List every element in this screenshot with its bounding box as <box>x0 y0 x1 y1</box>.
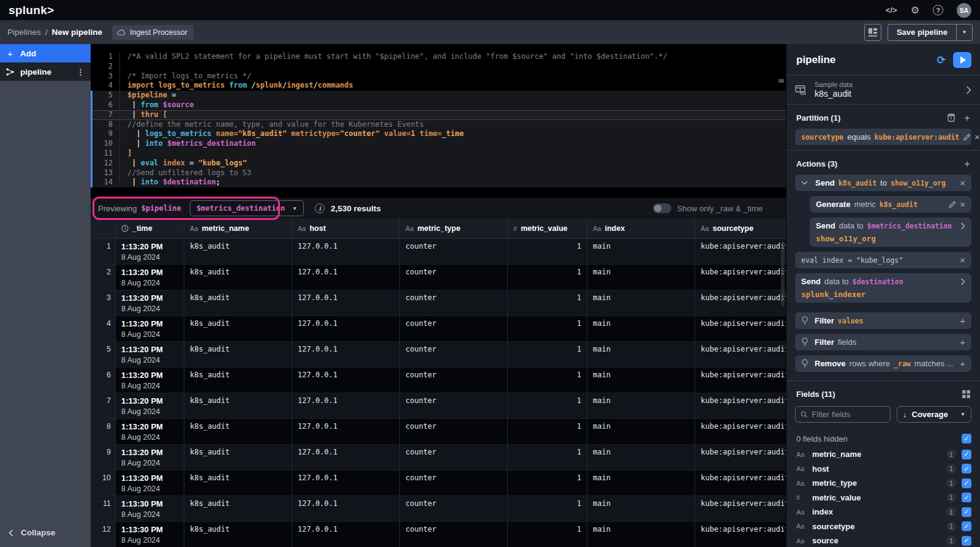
table-row[interactable]: 71:13:20 PM8 Aug 2024k8s_audit127.0.0.1c… <box>91 393 786 419</box>
field-row[interactable]: Aametric_type1✓ <box>786 476 980 491</box>
table-row[interactable]: 101:13:20 PM8 Aug 2024k8s_audit127.0.0.1… <box>91 470 786 496</box>
remove-action-icon[interactable]: × <box>960 255 965 265</box>
partition-bucket-icon[interactable] <box>947 113 956 123</box>
destination-dropdown[interactable]: $metrics_destination ▼ <box>190 200 304 216</box>
table-row[interactable]: 51:13:20 PM8 Aug 2024k8s_audit127.0.0.1c… <box>91 342 786 368</box>
column-header-metric_type[interactable]: Aametric_type <box>399 219 507 238</box>
coverage-dropdown[interactable]: ↓ Coverage ▼ <box>897 406 971 423</box>
code-line[interactable]: 11] <box>91 149 786 159</box>
remove-action-icon[interactable]: × <box>960 178 965 188</box>
edit-icon[interactable] <box>948 200 956 208</box>
column-header-host[interactable]: Aahost <box>292 219 399 238</box>
table-row[interactable]: 41:13:20 PM8 Aug 2024k8s_audit127.0.0.1c… <box>91 316 786 342</box>
suggestion-remove-rows[interactable]: Remove rows where _raw matches ... + <box>795 355 971 372</box>
code-line[interactable]: 5$pipeline = <box>91 91 786 100</box>
action-generate-metric-card[interactable]: Generate metric k8s_audit × <box>810 196 971 213</box>
field-checkbox[interactable]: ✓ <box>962 478 971 488</box>
field-checkbox[interactable]: ✓ <box>962 464 971 473</box>
field-checkbox[interactable]: ✓ <box>962 536 971 546</box>
cell-metric-value: 1 <box>507 239 587 265</box>
breadcrumb-pipelines[interactable]: Pipelines <box>7 28 41 37</box>
layout-toggle-button[interactable] <box>864 24 881 41</box>
partition-card[interactable]: sourcetype equals kube:apiserver:audit × <box>795 129 971 145</box>
run-preview-button[interactable] <box>953 52 971 68</box>
column-header-_time[interactable]: _time <box>115 219 184 238</box>
field-row[interactable]: Aahost1✓ <box>786 462 980 477</box>
save-pipeline-caret[interactable]: ▼ <box>956 25 972 40</box>
field-row[interactable]: Aasource1✓ <box>786 534 980 547</box>
action-eval-card[interactable]: eval index = "kube_logs" × <box>795 252 971 268</box>
toggle-all-checkbox[interactable]: ✓ <box>962 434 971 443</box>
table-row[interactable]: 111:13:30 PM8 Aug 2024k8s_audit127.0.0.1… <box>91 496 786 522</box>
column-header-metric_value[interactable]: #metric_value <box>507 219 587 238</box>
add-partition-icon[interactable]: + <box>964 113 970 123</box>
save-pipeline-button[interactable]: Save pipeline <box>888 25 956 40</box>
remove-partition-icon[interactable]: × <box>974 132 980 142</box>
column-header-metric_name[interactable]: Aametric_name <box>184 219 292 238</box>
column-header-index[interactable]: Aaindex <box>587 219 695 238</box>
code-line[interactable]: 2 <box>91 62 786 72</box>
field-row[interactable]: Aasourcetype1✓ <box>786 519 980 534</box>
avatar[interactable]: SA <box>957 3 971 18</box>
code-line[interactable]: 3/* Import logs_to_metrics */ <box>91 72 786 81</box>
table-row[interactable]: 121:13:30 PM8 Aug 2024k8s_audit127.0.0.1… <box>91 522 786 547</box>
add-suggestion-icon[interactable]: + <box>960 315 965 326</box>
code-line[interactable]: 13//Send unfiltered logs to S3 <box>91 168 786 178</box>
field-checkbox[interactable]: ✓ <box>962 521 971 531</box>
suggestion-filter-fields[interactable]: Filter fields + <box>795 334 971 350</box>
table-row[interactable]: 11:13:20 PM8 Aug 2024k8s_audit127.0.0.1c… <box>91 239 786 265</box>
fields-list: Aametric_name1✓Aahost1✓Aametric_type1✓#m… <box>786 447 980 547</box>
table-row[interactable]: 91:13:20 PM8 Aug 2024k8s_audit127.0.0.1c… <box>91 445 786 470</box>
kebab-menu-icon[interactable]: ⋮ <box>77 67 85 77</box>
field-checkbox[interactable]: ✓ <box>962 507 971 517</box>
table-row[interactable]: 21:13:20 PM8 Aug 2024k8s_audit127.0.0.1c… <box>91 265 786 290</box>
table-row[interactable]: 31:13:20 PM8 Aug 2024k8s_audit127.0.0.1c… <box>91 290 786 316</box>
table-row[interactable]: 81:13:20 PM8 Aug 2024k8s_audit127.0.0.1c… <box>91 419 786 445</box>
add-suggestion-icon[interactable]: + <box>960 358 965 369</box>
info-icon[interactable]: i <box>315 203 325 213</box>
field-row[interactable]: Aametric_name1✓ <box>786 447 980 462</box>
column-header-sourcetype[interactable]: Aasourcetype <box>695 219 786 238</box>
row-number: 3 <box>91 290 115 316</box>
add-button[interactable]: + Add <box>0 44 91 62</box>
field-row[interactable]: #metric_value1✓ <box>786 491 980 505</box>
action-send-destination-card[interactable]: Send data to $destination splunk_indexer <box>795 273 971 303</box>
row-number: 1 <box>91 239 115 265</box>
code-line[interactable]: 12 | eval index = "kube_logs" <box>91 159 786 168</box>
code-line[interactable]: 4import logs_to_metrics from /splunk/ing… <box>91 81 786 91</box>
sidebar-item-pipeline[interactable]: pipeline ⋮ <box>0 62 91 81</box>
help-icon[interactable]: ? <box>933 5 943 15</box>
code-line[interactable]: 9 | logs_to_metrics name="k8s_audit" met… <box>91 129 786 139</box>
filter-fields-searchbox[interactable] <box>795 406 891 423</box>
chevron-down-icon[interactable] <box>801 181 808 185</box>
editor-scrollbar[interactable] <box>778 79 784 83</box>
edit-icon[interactable] <box>963 133 971 141</box>
field-checkbox[interactable]: ✓ <box>962 492 971 502</box>
code-line[interactable]: 14 | into $destination; <box>91 178 786 187</box>
field-row[interactable]: Aaindex1✓ <box>786 505 980 519</box>
field-checkbox[interactable]: ✓ <box>962 450 971 459</box>
add-suggestion-icon[interactable]: + <box>960 337 965 347</box>
code-line[interactable]: 8//define the metric name, type, and val… <box>91 120 786 130</box>
gear-icon[interactable]: ⚙ <box>911 4 919 16</box>
grid-view-icon[interactable] <box>962 390 970 398</box>
suggestion-filter-values[interactable]: Filter values + <box>795 312 971 329</box>
cell-metric-type: counter <box>399 368 507 393</box>
code-line[interactable]: 10 | into $metrics_destination <box>91 139 786 149</box>
filter-fields-input[interactable] <box>812 410 885 419</box>
sync-icon[interactable]: ⟳ <box>937 54 946 66</box>
action-send-group-card[interactable]: Send k8s_audit to show_o11y_org × <box>795 175 971 191</box>
table-row[interactable]: 61:13:20 PM8 Aug 2024k8s_audit127.0.0.1c… <box>91 368 786 393</box>
action-send-metrics-card[interactable]: Send data to $metrics_destination show_o… <box>810 217 971 247</box>
table-scrollbar[interactable] <box>781 242 785 306</box>
code-editor[interactable]: 1/*A valid SPL2 statement for a pipeline… <box>91 44 786 198</box>
remove-action-icon[interactable]: × <box>960 199 965 209</box>
code-icon[interactable]: </> <box>886 6 897 15</box>
code-line[interactable]: 6 | from $source <box>91 100 786 110</box>
code-line[interactable]: 1/*A valid SPL2 statement for a pipeline… <box>91 52 786 62</box>
add-action-icon[interactable]: + <box>964 159 970 169</box>
code-line[interactable]: 7 | thru [ <box>91 110 786 120</box>
show-raw-toggle[interactable] <box>653 203 671 213</box>
collapse-button[interactable]: Collapse <box>9 528 55 537</box>
sample-data-row[interactable]: Sample data k8s_audit <box>786 75 980 105</box>
